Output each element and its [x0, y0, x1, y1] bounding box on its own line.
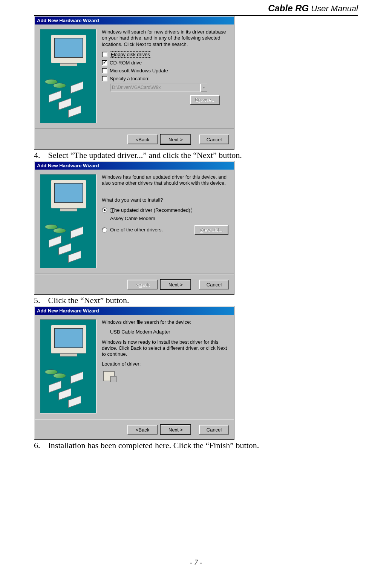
other-driver-radio[interactable]	[102, 227, 107, 233]
cancel-button[interactable]: Cancel	[199, 135, 229, 144]
driver-location-icon	[103, 371, 115, 381]
browse-button[interactable]: Browse...	[190, 95, 220, 105]
wizard3-line1: Windows driver file search for the devic…	[102, 319, 228, 325]
specify-checkbox[interactable]	[102, 76, 107, 81]
wizard2-intro: Windows has found an updated driver for …	[102, 174, 228, 187]
monitor-base-icon	[60, 208, 77, 211]
monitor-base-icon	[60, 354, 77, 357]
step-5: 5. Click the “Next” button.	[34, 295, 358, 305]
back-button[interactable]: < Back	[127, 280, 158, 289]
disc-icon	[53, 373, 66, 378]
card-icon	[49, 236, 61, 248]
card-icon	[70, 226, 83, 239]
card-icon	[68, 396, 81, 408]
next-button[interactable]: Next >	[161, 135, 191, 144]
card-icon	[58, 243, 71, 255]
disc-icon	[53, 83, 66, 88]
cdrom-checkbox[interactable]: ✔	[102, 60, 107, 66]
next-button[interactable]: Next >	[161, 280, 191, 289]
next-button[interactable]: Next >	[161, 425, 191, 435]
wizard-dialog-3: Add New Hardware Wizard Windows driver f…	[34, 306, 234, 440]
wizard2-illustration	[40, 174, 96, 268]
back-button[interactable]: < Back	[127, 425, 158, 435]
device-name: Askey Cable Modem	[110, 216, 228, 221]
specify-label: Specify a location:	[110, 76, 150, 81]
cancel-button[interactable]: Cancel	[199, 425, 229, 435]
step-6: 6. Installation has been completed here.…	[34, 441, 358, 450]
cdrom-label: CD-ROM drive	[110, 60, 142, 66]
card-icon	[58, 98, 71, 110]
card-icon	[70, 372, 83, 384]
other-driver-label: One of the other drivers.	[110, 227, 163, 233]
wizard3-line2: Windows is now ready to install the best…	[102, 339, 228, 358]
floppy-checkbox[interactable]	[102, 52, 107, 57]
step-4: 4. Select “The updated driver...” and cl…	[34, 150, 358, 160]
monitor-icon	[51, 180, 86, 208]
card-icon	[68, 106, 81, 118]
card-icon	[68, 251, 81, 263]
updated-driver-label: The updated driver (Recommended)	[110, 207, 191, 213]
header-title-bold: Cable RG	[268, 3, 309, 13]
page-number: - 7 -	[0, 558, 392, 567]
monitor-icon	[51, 325, 86, 354]
cancel-button[interactable]: Cancel	[199, 280, 229, 289]
wizard2-question: What do you want to install?	[102, 197, 228, 203]
wizard1-titlebar: Add New Hardware Wizard	[35, 17, 234, 24]
wizard-dialog-2: Add New Hardware Wizard Windows has foun…	[34, 161, 234, 295]
location-dropdown-icon[interactable]: ▼	[201, 84, 207, 92]
floppy-label: Floppy disk drives	[110, 51, 151, 58]
viewlist-button[interactable]: View List...	[194, 225, 228, 235]
back-button[interactable]: < Back	[127, 135, 158, 144]
card-icon	[49, 381, 61, 393]
wizard-dialog-1: Add New Hardware Wizard Windows will sea…	[34, 16, 234, 150]
location-input[interactable]: D:\Driver\VGACard\W9x	[110, 84, 201, 92]
updated-driver-radio[interactable]	[102, 207, 107, 213]
monitor-base-icon	[60, 63, 77, 66]
disc-icon	[53, 228, 66, 233]
card-icon	[49, 90, 61, 103]
wizard2-titlebar: Add New Hardware Wizard	[35, 162, 234, 170]
monitor-icon	[51, 35, 86, 63]
wizard3-titlebar: Add New Hardware Wizard	[35, 307, 234, 315]
winupdate-checkbox[interactable]	[102, 68, 107, 73]
winupdate-label: Microsoft Windows Update	[110, 68, 168, 73]
page-header: Cable RG User Manual	[34, 0, 358, 16]
header-title-rest: User Manual	[309, 4, 358, 13]
wizard3-loc-label: Location of driver:	[102, 361, 228, 367]
wizard3-illustration	[40, 319, 96, 413]
card-icon	[70, 81, 83, 93]
wizard3-device: USB Cable Modem Adapter	[110, 329, 228, 335]
wizard1-illustration	[40, 29, 96, 123]
card-icon	[58, 388, 71, 400]
wizard1-intro: Windows will search for new drivers in i…	[102, 29, 228, 47]
